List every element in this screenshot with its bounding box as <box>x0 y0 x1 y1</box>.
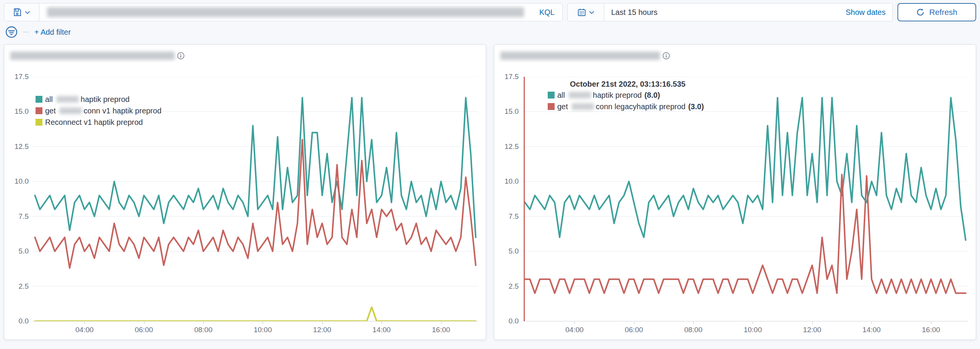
legend-redacted-term <box>60 107 82 114</box>
filter-divider <box>23 32 29 32</box>
x-axis-tick-label: 14:00 <box>863 326 881 334</box>
right-chart[interactable]: 0.02.55.07.510.012.515.017.5 October 21s… <box>500 77 969 337</box>
x-axis-tick <box>381 322 382 324</box>
tooltip-label: get <box>557 102 568 111</box>
y-axis-tick-label: 15.0 <box>15 107 29 116</box>
time-range-value[interactable]: Last 15 hours <box>604 8 845 17</box>
x-axis-tick <box>753 322 753 324</box>
right-chart-y-axis: 0.02.55.07.510.012.515.017.5 <box>500 77 522 321</box>
info-icon[interactable] <box>662 52 670 60</box>
legend-item[interactable]: all haptik preprod <box>36 94 161 105</box>
refresh-label: Refresh <box>929 8 957 17</box>
legend-redacted-term <box>57 96 79 103</box>
x-axis-tick <box>144 322 144 324</box>
calendar-icon <box>578 8 586 16</box>
x-axis-tick-label: 06:00 <box>135 326 153 334</box>
x-axis-tick <box>812 322 813 324</box>
left-chart[interactable]: 0.02.55.07.510.012.515.017.5 all haptik … <box>10 77 479 337</box>
x-axis-tick-label: 08:00 <box>194 326 213 334</box>
left-chart-plot[interactable]: all haptik preprod get conn v1 haptik pr… <box>32 77 478 321</box>
left-chart-legend: all haptik preprod get conn v1 haptik pr… <box>36 94 161 128</box>
x-axis-tick-label: 06:00 <box>625 326 643 334</box>
legend-label: conn v1 haptik preprod <box>84 107 161 115</box>
x-axis-tick-label: 04:00 <box>75 326 94 334</box>
y-axis-tick-label: 5.0 <box>509 247 519 255</box>
legend-swatch-red <box>36 107 42 114</box>
tooltip-label: haptik preprod <box>593 91 642 100</box>
legend-label: haptik preprod <box>81 95 130 104</box>
tooltip-item: all haptik preprod (8.0) <box>548 89 704 101</box>
floppy-icon <box>13 8 21 16</box>
right-panel-title <box>500 50 969 61</box>
legend-item[interactable]: Reconnect v1 haptik preprod <box>36 116 161 128</box>
x-axis-tick-label: 10:00 <box>254 326 272 334</box>
kql-mode-button[interactable]: KQL <box>532 8 562 17</box>
legend-label: Reconnect v1 haptik preprod <box>45 118 143 127</box>
x-axis-tick-label: 12:00 <box>313 326 331 334</box>
right-chart-x-axis: 04:0006:0008:0010:0012:0014:0016:00 <box>522 321 968 337</box>
tooltip-redacted-term <box>572 103 594 110</box>
tooltip-redacted-term <box>569 92 591 99</box>
legend-swatch-teal <box>36 96 42 103</box>
x-axis-tick <box>322 322 323 324</box>
tooltip-swatch-teal <box>548 92 555 99</box>
date-picker: Last 15 hours Show dates <box>567 3 893 21</box>
left-panel-title-redacted <box>10 52 175 60</box>
show-dates-button[interactable]: Show dates <box>845 8 892 17</box>
left-chart-y-axis: 0.02.55.07.510.012.515.017.5 <box>10 77 32 321</box>
x-axis-tick <box>693 322 694 324</box>
x-axis-tick-label: 12:00 <box>803 326 821 334</box>
y-axis-tick-label: 17.5 <box>15 73 29 81</box>
filter-bar: + Add filter <box>0 21 980 42</box>
y-axis-tick-label: 0.0 <box>509 317 519 325</box>
chart-tooltip: October 21st 2022, 03:13:16.535 all hapt… <box>548 80 704 112</box>
add-filter-button[interactable]: + Add filter <box>34 28 71 37</box>
legend-item[interactable]: get conn v1 haptik preprod <box>36 105 161 116</box>
y-axis-tick-label: 17.5 <box>505 73 519 81</box>
x-axis-tick-label: 16:00 <box>432 326 450 334</box>
y-axis-tick-label: 12.5 <box>15 142 29 151</box>
refresh-button[interactable]: Refresh <box>897 3 976 21</box>
y-axis-tick-label: 15.0 <box>505 107 519 116</box>
right-panel-title-redacted <box>500 52 660 60</box>
y-axis-tick-label: 12.5 <box>505 142 519 151</box>
right-chart-plot[interactable]: October 21st 2022, 03:13:16.535 all hapt… <box>522 77 968 321</box>
y-axis-tick-label: 10.0 <box>505 177 519 186</box>
left-panel: 0.02.55.07.510.012.515.017.5 all haptik … <box>4 44 486 340</box>
tooltip-item: get conn legacyhaptik preprod (3.0) <box>548 101 704 112</box>
legend-label: get <box>45 107 56 115</box>
query-bar: KQL <box>4 3 563 21</box>
x-axis-tick-label: 04:00 <box>565 326 584 334</box>
x-axis-tick <box>931 322 931 324</box>
tooltip-label: conn legacyhaptik preprod <box>596 102 686 111</box>
tooltip-timestamp: October 21st 2022, 03:13:16.535 <box>570 80 704 89</box>
legend-swatch-yellow <box>36 119 42 126</box>
y-axis-tick-label: 0.0 <box>19 317 29 325</box>
tooltip-label: all <box>557 91 565 100</box>
refresh-icon <box>916 8 925 16</box>
chevron-down-icon <box>589 11 594 14</box>
tooltip-swatch-red <box>548 103 555 110</box>
dashboard-panels: 0.02.55.07.510.012.515.017.5 all haptik … <box>0 42 980 344</box>
left-chart-x-axis: 04:0006:0008:0010:0012:0014:0016:00 <box>32 321 478 337</box>
x-axis-tick <box>203 322 204 324</box>
save-query-button[interactable] <box>4 3 39 21</box>
info-icon[interactable] <box>177 52 185 60</box>
x-axis-tick-label: 10:00 <box>744 326 762 334</box>
y-axis-tick-label: 10.0 <box>15 177 29 186</box>
y-axis-tick-label: 7.5 <box>509 212 519 221</box>
quick-select-button[interactable] <box>568 3 604 21</box>
query-input[interactable] <box>47 7 524 17</box>
right-panel: 0.02.55.07.510.012.515.017.5 October 21s… <box>494 44 976 340</box>
x-axis-tick-label: 08:00 <box>684 326 703 334</box>
tooltip-value: (8.0) <box>644 91 660 100</box>
legend-label: all <box>45 95 53 104</box>
x-axis-tick <box>84 322 85 324</box>
left-panel-title <box>10 50 479 61</box>
x-axis-tick <box>634 322 634 324</box>
y-axis-tick-label: 2.5 <box>19 282 29 291</box>
filter-circle-icon[interactable] <box>5 26 18 38</box>
y-axis-tick-label: 7.5 <box>19 212 29 221</box>
y-axis-tick-label: 2.5 <box>509 282 519 291</box>
x-axis-tick <box>871 322 872 324</box>
